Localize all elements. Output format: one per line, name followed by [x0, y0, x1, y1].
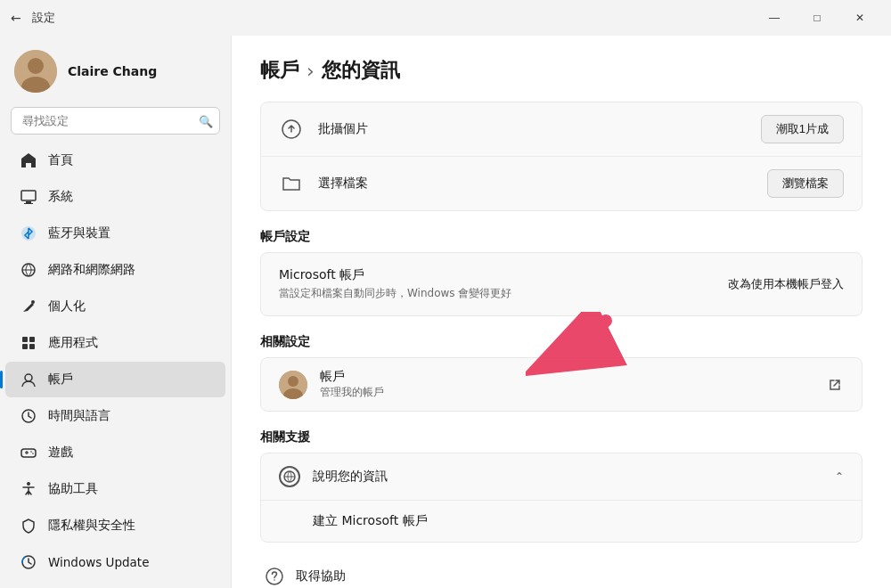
svg-rect-11 [29, 337, 35, 342]
browse-file-button[interactable]: 瀏覽檔案 [767, 169, 844, 198]
sidebar-item-bluetooth[interactable]: 藍牙與裝置 [5, 216, 225, 251]
photo-action-button[interactable]: 潮取1片成 [761, 115, 844, 143]
sidebar-item-label: 藍牙與裝置 [48, 225, 110, 241]
support-sub-item[interactable]: 建立 Microsoft 帳戶 [261, 501, 862, 542]
title-bar: ← 設定 — □ ✕ [0, 0, 891, 36]
sidebar-item-accounts[interactable]: 帳戶 [5, 362, 225, 397]
page-header: 帳戶 › 您的資訊 [260, 57, 862, 84]
sidebar-item-label: 網路和網際網路 [48, 262, 135, 278]
gaming-icon [20, 444, 37, 461]
bottom-links: 取得協助 提供意見反應 [260, 557, 862, 588]
sidebar-item-update[interactable]: Windows Update [5, 544, 225, 580]
breadcrumb-separator: › [307, 60, 315, 82]
svg-point-31 [274, 579, 275, 581]
search-icon: 🔍 [199, 114, 213, 127]
get-help-link[interactable]: 取得協助 [260, 557, 862, 588]
svg-rect-4 [26, 201, 31, 203]
svg-point-1 [28, 58, 44, 74]
window-title: 設定 [32, 10, 55, 26]
network-icon [20, 261, 37, 279]
apps-icon [20, 334, 37, 352]
svg-rect-12 [22, 344, 28, 349]
related-account-text: 帳戶 管理我的帳戶 [320, 369, 813, 400]
search-box: 🔍 [11, 107, 220, 135]
microsoft-account-card: Microsoft 帳戶 當設定和檔案自動同步時，Windows 會變得更好 改… [260, 252, 862, 316]
username: Claire Chang [68, 64, 157, 78]
account-settings-heading: 帳戶設定 [260, 229, 862, 245]
sidebar-item-label: 系統 [48, 189, 73, 205]
get-help-label: 取得協助 [296, 568, 346, 584]
sidebar-item-time[interactable]: 時間與語言 [5, 398, 225, 434]
sidebar-item-label: 遊戲 [48, 445, 73, 461]
support-globe-icon [279, 466, 300, 487]
svg-rect-13 [29, 344, 35, 349]
privacy-icon [20, 517, 37, 535]
upload-icon [279, 117, 304, 142]
time-icon [20, 407, 37, 425]
accessibility-icon [20, 480, 37, 498]
sidebar-item-network[interactable]: 網路和網際網路 [5, 252, 225, 288]
card-row-file: 選擇檔案 瀏覽檔案 [261, 157, 862, 210]
personalize-icon [20, 298, 37, 315]
svg-rect-3 [21, 191, 36, 200]
svg-point-9 [31, 300, 35, 304]
maximize-button[interactable]: □ [797, 4, 838, 31]
switch-to-local-link[interactable]: 改為使用本機帳戶登入 [728, 276, 844, 292]
update-icon [20, 553, 37, 571]
related-account-card: 帳戶 管理我的帳戶 [260, 357, 862, 412]
bluetooth-icon [20, 225, 37, 242]
external-link-icon [826, 376, 844, 394]
help-icon [264, 566, 285, 587]
card-row-photo: 批攝個片 潮取1片成 [261, 102, 862, 157]
sidebar-item-system[interactable]: 系統 [5, 179, 225, 215]
related-account-avatar [279, 371, 307, 399]
sidebar-item-gaming[interactable]: 遊戲 [5, 435, 225, 470]
sidebar-item-label: 應用程式 [48, 335, 98, 351]
svg-point-19 [30, 451, 32, 453]
close-button[interactable]: ✕ [839, 4, 880, 31]
sidebar-item-label: 隱私權與安全性 [48, 518, 135, 534]
sidebar-item-label: Windows Update [48, 555, 149, 569]
support-header[interactable]: 說明您的資訊 ⌃ [261, 453, 862, 501]
svg-point-14 [25, 374, 32, 381]
related-account-title: 帳戶 [320, 369, 813, 385]
related-support-heading: 相關支援 [260, 429, 862, 445]
navigation: 首頁 系統 藍牙與裝置 [0, 142, 231, 581]
svg-rect-5 [24, 203, 33, 204]
folder-icon [279, 171, 304, 196]
avatar [14, 50, 57, 93]
top-section-card: 批攝個片 潮取1片成 選擇檔案 瀏覽檔案 [260, 102, 862, 211]
sidebar-item-label: 個人化 [48, 298, 86, 314]
main-content: 帳戶 › 您的資訊 批攝個片 潮取1片成 [232, 36, 891, 588]
minimize-button[interactable]: — [754, 4, 795, 31]
sidebar-item-personalize[interactable]: 個人化 [5, 289, 225, 324]
system-icon [20, 188, 37, 206]
microsoft-account-subtitle: 當設定和檔案自動同步時，Windows 會變得更好 [279, 286, 511, 301]
file-label: 選擇檔案 [318, 176, 753, 192]
svg-point-20 [32, 453, 34, 454]
home-icon [20, 151, 37, 169]
chevron-up-icon: ⌃ [835, 470, 844, 483]
window-controls: — □ ✕ [754, 4, 880, 31]
sidebar-item-label: 時間與語言 [48, 408, 110, 424]
create-account-label: 建立 Microsoft 帳戶 [313, 513, 428, 529]
support-card: 說明您的資訊 ⌃ 建立 Microsoft 帳戶 [260, 453, 862, 543]
photo-label: 批攝個片 [318, 121, 747, 137]
related-account-row[interactable]: 帳戶 管理我的帳戶 [261, 358, 862, 411]
sidebar-item-apps[interactable]: 應用程式 [5, 325, 225, 361]
sidebar-item-label: 首頁 [48, 152, 73, 168]
sidebar-item-accessibility[interactable]: 協助工具 [5, 471, 225, 507]
sidebar-item-label: 協助工具 [48, 481, 98, 497]
search-input[interactable] [11, 107, 220, 135]
back-icon[interactable]: ← [11, 11, 21, 25]
page-title: 您的資訊 [322, 57, 400, 84]
support-header-label: 說明您的資訊 [313, 469, 822, 485]
svg-point-26 [288, 376, 298, 387]
svg-point-21 [27, 482, 30, 486]
microsoft-account-title: Microsoft 帳戶 [279, 267, 511, 283]
related-account-subtitle: 管理我的帳戶 [320, 385, 813, 400]
sidebar: Claire Chang 🔍 首頁 [0, 36, 232, 588]
svg-rect-10 [22, 337, 28, 342]
sidebar-item-home[interactable]: 首頁 [5, 143, 225, 178]
sidebar-item-privacy[interactable]: 隱私權與安全性 [5, 508, 225, 543]
